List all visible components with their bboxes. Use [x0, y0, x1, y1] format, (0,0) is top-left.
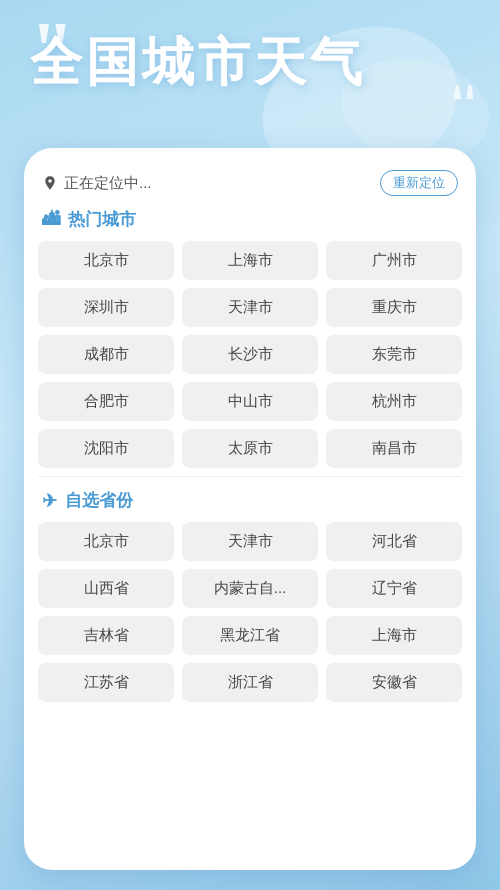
city-item[interactable]: 成都市 [38, 335, 174, 374]
province-grid: 北京市天津市河北省山西省内蒙古自...辽宁省吉林省黑龙江省上海市江苏省浙江省安徽… [38, 522, 462, 702]
city-item[interactable]: 合肥市 [38, 382, 174, 421]
hot-cities-grid: 北京市上海市广州市深圳市天津市重庆市成都市长沙市东莞市合肥市中山市杭州市沈阳市太… [38, 241, 462, 468]
location-bar: 正在定位中... 重新定位 [24, 164, 476, 208]
city-item[interactable]: 长沙市 [182, 335, 318, 374]
city-item[interactable]: 杭州市 [326, 382, 462, 421]
province-item[interactable]: 浙江省 [182, 663, 318, 702]
relocate-button[interactable]: 重新定位 [380, 170, 458, 196]
province-item[interactable]: 黑龙江省 [182, 616, 318, 655]
location-status: 正在定位中... [42, 174, 152, 193]
location-icon [42, 175, 58, 191]
page-title: 全国城市天气 [30, 28, 470, 98]
province-item[interactable]: 北京市 [38, 522, 174, 561]
city-item[interactable]: 中山市 [182, 382, 318, 421]
section-divider [38, 476, 462, 477]
province-item[interactable]: 吉林省 [38, 616, 174, 655]
location-text: 正在定位中... [64, 174, 152, 193]
city-item[interactable]: 深圳市 [38, 288, 174, 327]
province-header: ✈ 自选省份 [38, 489, 462, 512]
province-icon: ✈ [42, 490, 57, 512]
province-item[interactable]: 内蒙古自... [182, 569, 318, 608]
main-card: 正在定位中... 重新定位 🏙 热门城市 北京市上海市广州市深圳市天津市重庆市成… [24, 148, 476, 870]
hot-cities-section: 🏙 热门城市 北京市上海市广州市深圳市天津市重庆市成都市长沙市东莞市合肥市中山市… [24, 208, 476, 468]
province-item[interactable]: 江苏省 [38, 663, 174, 702]
province-section: ✈ 自选省份 北京市天津市河北省山西省内蒙古自...辽宁省吉林省黑龙江省上海市江… [24, 489, 476, 702]
province-item[interactable]: 辽宁省 [326, 569, 462, 608]
province-item[interactable]: 上海市 [326, 616, 462, 655]
hot-cities-header: 🏙 热门城市 [38, 208, 462, 231]
city-item[interactable]: 南昌市 [326, 429, 462, 468]
hot-cities-icon: 🏙 [42, 209, 60, 230]
city-item[interactable]: 上海市 [182, 241, 318, 280]
province-label: 自选省份 [65, 489, 133, 512]
province-item[interactable]: 天津市 [182, 522, 318, 561]
city-item[interactable]: 北京市 [38, 241, 174, 280]
city-item[interactable]: 东莞市 [326, 335, 462, 374]
city-item[interactable]: 太原市 [182, 429, 318, 468]
province-item[interactable]: 山西省 [38, 569, 174, 608]
province-item[interactable]: 安徽省 [326, 663, 462, 702]
province-item[interactable]: 河北省 [326, 522, 462, 561]
city-item[interactable]: 沈阳市 [38, 429, 174, 468]
city-item[interactable]: 重庆市 [326, 288, 462, 327]
city-item[interactable]: 天津市 [182, 288, 318, 327]
city-item[interactable]: 广州市 [326, 241, 462, 280]
hot-cities-label: 热门城市 [68, 208, 136, 231]
